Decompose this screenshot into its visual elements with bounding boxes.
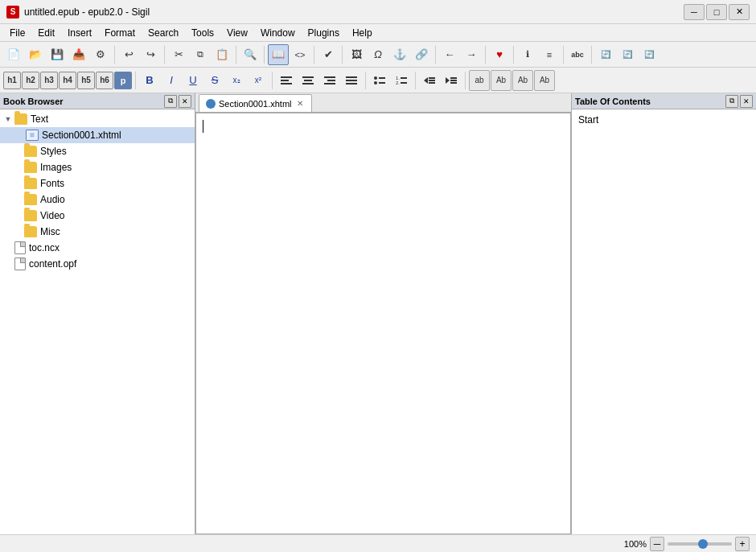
insert-special-button[interactable]: Ω	[368, 44, 388, 65]
book-browser-detach-button[interactable]: ⧉	[164, 95, 177, 108]
redo-button[interactable]: ↪	[140, 44, 161, 65]
paste-button[interactable]: 📋	[212, 44, 232, 65]
h6-button[interactable]: h6	[96, 72, 113, 89]
new-icon: 📄	[7, 48, 20, 60]
menu-item-edit[interactable]: Edit	[31, 26, 61, 40]
toc-close-button[interactable]: ✕	[740, 95, 753, 108]
h4-button[interactable]: h4	[59, 72, 76, 89]
maximize-button[interactable]: □	[706, 4, 727, 20]
text-folder-icon	[14, 113, 27, 125]
style4-button[interactable]: Ab	[534, 70, 555, 91]
tree-item-fonts[interactable]: ▶ Fonts	[0, 175, 195, 192]
align-center-button[interactable]	[298, 70, 318, 91]
tree-item-styles[interactable]: ▶ Styles	[0, 143, 195, 159]
open-button[interactable]: 📂	[25, 44, 46, 65]
h3-button[interactable]: h3	[40, 72, 58, 89]
h2-button[interactable]: h2	[22, 72, 39, 89]
menu-item-insert[interactable]: Insert	[61, 26, 98, 40]
bold-button[interactable]: B	[139, 70, 160, 91]
editor-tab-section0001[interactable]: Section0001.xhtml ✕	[199, 94, 312, 112]
add-existing-button[interactable]: 📥	[68, 44, 89, 65]
menu-item-help[interactable]: Help	[346, 26, 379, 40]
save-button[interactable]: 💾	[47, 44, 68, 65]
find-button[interactable]: 🔍	[240, 44, 261, 65]
style2-label: Ab	[496, 76, 506, 84]
tree-item-misc[interactable]: ▶ Misc	[0, 224, 195, 240]
text-folder-label: Text	[31, 113, 48, 125]
tree-item-audio[interactable]: ▶ Audio	[0, 192, 195, 208]
tab-globe-icon	[206, 99, 216, 109]
zoom-out-button[interactable]: ─	[650, 537, 664, 551]
xhtml-file-icon: ⊞	[26, 130, 39, 141]
tree-item-section0001[interactable]: ⊞ Section0001.xhtml	[0, 127, 195, 143]
section0001-label: Section0001.xhtml	[42, 130, 121, 141]
insert-anchor-button[interactable]: ⚓	[389, 44, 410, 65]
forward-button[interactable]: →	[461, 44, 482, 65]
auto3-icon: 🔄	[644, 50, 654, 59]
spellcheck-button[interactable]: abc	[567, 44, 588, 65]
italic-button[interactable]: I	[161, 70, 182, 91]
svg-marker-24	[446, 77, 450, 84]
unordered-list-button[interactable]	[369, 70, 390, 91]
tab-close-button[interactable]: ✕	[295, 99, 305, 109]
tree-item-text[interactable]: ▼ Text	[0, 111, 195, 127]
strikethrough-button[interactable]: S	[204, 70, 225, 91]
tree-item-toc-ncx[interactable]: ▶ toc.ncx	[0, 240, 195, 256]
h5-button[interactable]: h5	[77, 72, 95, 89]
auto1-button[interactable]: 🔄	[595, 44, 616, 65]
insert-link-button[interactable]: 🔗	[411, 44, 432, 65]
underline-button[interactable]: U	[183, 70, 203, 91]
outdent-button[interactable]	[419, 70, 440, 91]
menu-item-search[interactable]: Search	[142, 26, 185, 40]
h1-button[interactable]: h1	[3, 72, 21, 89]
cut-button[interactable]: ✂	[168, 44, 189, 65]
indent-button[interactable]	[441, 70, 462, 91]
style1-button[interactable]: ab	[469, 70, 490, 91]
menu-item-file[interactable]: File	[3, 26, 31, 40]
preferences-button[interactable]: ⚙	[90, 44, 111, 65]
book-browser-close-button[interactable]: ✕	[179, 95, 191, 108]
tree-item-content-opf[interactable]: ▶ content.opf	[0, 256, 195, 272]
menu-item-window[interactable]: Window	[254, 26, 302, 40]
code-view-button[interactable]: <>	[290, 44, 310, 65]
menu-item-plugins[interactable]: Plugins	[302, 26, 346, 40]
toc-item-start[interactable]: Start	[575, 113, 753, 127]
tree-item-images[interactable]: ▶ Images	[0, 159, 195, 175]
back-button[interactable]: ←	[439, 44, 460, 65]
style3-button[interactable]: Ab	[512, 70, 533, 91]
new-button[interactable]: 📄	[3, 44, 24, 65]
superscript-button[interactable]: x²	[248, 70, 269, 91]
validate-button[interactable]: ✔	[318, 44, 339, 65]
menu-item-tools[interactable]: Tools	[185, 26, 220, 40]
insert-image-icon: 🖼	[351, 48, 362, 60]
toc-button[interactable]: ≡	[539, 44, 560, 65]
menu-item-format[interactable]: Format	[98, 26, 142, 40]
align-right-button[interactable]	[319, 70, 340, 91]
tree-item-video[interactable]: ▶ Video	[0, 208, 195, 224]
minimize-button[interactable]: ─	[684, 4, 705, 20]
copy-button[interactable]: ⧉	[190, 44, 211, 65]
toolbar2-sep-4	[415, 72, 416, 89]
zoom-in-button[interactable]: +	[735, 537, 750, 551]
menu-item-view[interactable]: View	[220, 26, 254, 40]
close-button[interactable]: ✕	[729, 4, 750, 20]
align-left-button[interactable]	[276, 70, 297, 91]
subscript-button[interactable]: x₂	[226, 70, 247, 91]
toc-detach-button[interactable]: ⧉	[725, 95, 738, 108]
editor-content[interactable]	[195, 113, 571, 534]
paragraph-button[interactable]: p	[114, 72, 132, 89]
meta-editor-button[interactable]: ℹ	[517, 44, 538, 65]
zoom-slider[interactable]	[668, 542, 732, 546]
style2-button[interactable]: Ab	[491, 70, 512, 91]
auto2-button[interactable]: 🔄	[617, 44, 638, 65]
insert-image-button[interactable]: 🖼	[346, 44, 367, 65]
auto3-button[interactable]: 🔄	[639, 44, 659, 65]
align-justify-button[interactable]	[341, 70, 362, 91]
ordered-list-button[interactable]: 1. 2.	[391, 70, 412, 91]
zoom-thumb[interactable]	[698, 539, 708, 549]
undo-button[interactable]: ↩	[118, 44, 139, 65]
menubar: FileEditInsertFormatSearchToolsViewWindo…	[0, 24, 756, 42]
bookmark-button[interactable]: ♥	[489, 44, 510, 65]
book-view-button[interactable]: 📖	[268, 44, 289, 65]
svg-marker-20	[424, 77, 428, 84]
